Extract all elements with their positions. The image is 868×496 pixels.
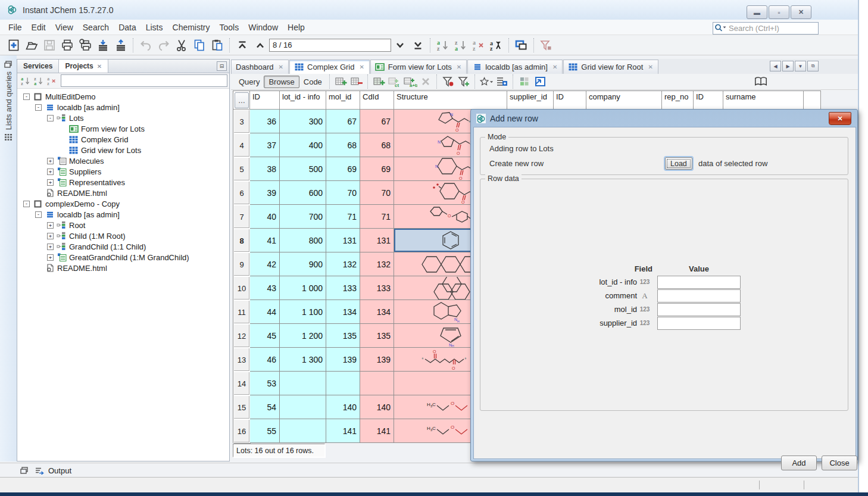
menu-data[interactable]: Data [114,21,141,34]
print-preview-button[interactable] [77,37,93,54]
expand-toggle-icon[interactable]: + [47,169,54,175]
grid-cell-id[interactable]: 45 [250,324,280,348]
fields-button[interactable] [495,75,509,88]
grid-cell-lot[interactable] [280,372,326,395]
field-value-input[interactable] [657,276,741,289]
grid-cell-rowhead[interactable]: 10 [233,276,250,300]
new-button[interactable] [5,37,22,54]
export-form-button[interactable] [533,75,547,88]
column-header-id2[interactable]: ID [554,91,586,110]
grid-cell-lot[interactable]: 700 [280,205,326,229]
grid-cell-cdid[interactable]: 140 [360,395,394,419]
cut-button[interactable] [173,37,190,54]
grid-cell-rowhead[interactable]: 8 [233,229,250,252]
grid-cell-id[interactable]: 54 [250,395,280,419]
grid-cell-cdid[interactable]: 68 [360,133,394,157]
funnel-red-button[interactable] [441,75,455,88]
save-button[interactable] [41,37,58,54]
tree-node[interactable]: +GrandChild (1:1 Child) [20,241,229,252]
import-button[interactable] [95,37,111,54]
grid-cell-mol[interactable]: 69 [326,157,360,181]
sidebar-tab-services[interactable]: Services [17,60,59,73]
column-header-structure[interactable]: Structure [394,91,507,110]
table-ab-button[interactable]: a+b [403,75,417,88]
previous-row-button[interactable] [252,37,268,54]
expand-toggle-icon[interactable]: + [47,233,54,239]
column-header-blank[interactable] [804,91,821,110]
book-icon[interactable] [754,75,768,88]
grid-cell-id[interactable]: 43 [250,276,280,300]
grid-cell-mol[interactable]: 67 [326,110,360,133]
menu-help[interactable]: Help [283,21,310,34]
collapse-toggle-icon[interactable]: - [35,104,42,111]
doc-tab-localdb-as-admin-[interactable]: localdb [as admin]✕ [467,60,563,74]
expand-toggle-icon[interactable]: + [47,254,54,261]
grid-cell-id[interactable]: 53 [250,372,280,395]
menu-chemistry[interactable]: Chemistry [168,21,215,34]
column-chooser-button[interactable]: … [235,92,249,108]
grid-cell-mol[interactable]: 133 [326,276,360,300]
tree-node[interactable]: -localdb [as admin] [20,102,229,113]
star-drop-button[interactable] [479,75,494,88]
collapse-toggle-icon[interactable]: - [23,93,30,100]
grid-cell-id[interactable]: 37 [250,133,280,157]
table-add2-button[interactable] [372,75,386,88]
tree-node[interactable]: +Root [20,220,229,230]
dock-window-icon[interactable] [4,60,17,70]
column-header-lot[interactable]: lot_id - info [280,91,326,110]
grid-cell-cdid[interactable]: 71 [360,205,394,229]
tree-node[interactable]: +Molecules [20,155,229,166]
view-mode-query[interactable]: Query [235,76,264,88]
redo-button[interactable] [155,37,172,54]
grid-cell-rowhead[interactable]: 5 [233,157,250,181]
search-input[interactable] [728,23,835,33]
grid-cell-mol[interactable]: 132 [326,252,360,276]
grid-cell-mol[interactable]: 131 [326,229,360,252]
tree-node[interactable]: +Child (1:M Root) [20,230,229,241]
tree-sort-desc-icon[interactable]: za [33,76,45,86]
grid-cell-cdid[interactable]: 141 [360,419,394,443]
grid-cell-mol[interactable]: 140 [326,395,360,419]
doc-tab-dashboard[interactable]: Dashboard✕ [231,60,289,74]
tab-close-icon[interactable]: ✕ [278,63,284,71]
tab-close-icon[interactable]: ✕ [358,63,364,71]
sort-clear-button[interactable]: az [470,37,487,54]
grid-cell-rowhead[interactable]: 3 [233,110,250,133]
column-header-id3[interactable]: ID [694,91,723,110]
table-add-button[interactable] [334,75,348,88]
undo-button[interactable] [138,37,154,54]
dialog-close-icon[interactable]: ✕ [829,112,851,125]
grid-cell-mol[interactable]: 141 [326,419,360,443]
funnel-green-button[interactable] [457,75,471,88]
grid-cell-lot[interactable]: 300 [280,110,326,133]
tree-sort-clear-icon[interactable]: az [46,76,58,86]
windows-button[interactable] [513,37,530,54]
tree-node[interactable]: -MultiEditDemo [20,91,229,102]
collapse-toggle-icon[interactable]: - [35,211,42,218]
grid-cell-lot[interactable]: 800 [280,229,326,252]
tree-node[interactable]: +Representatives [20,177,229,188]
expand-toggle-icon[interactable]: + [47,244,54,250]
doc-tab-form-view-for-lots[interactable]: Form view for Lots✕ [370,60,467,74]
grid-cell-id[interactable]: 41 [250,229,280,252]
expand-toggle-icon[interactable]: + [47,179,54,186]
grid-cell-rowhead[interactable]: 15 [233,395,250,419]
grid-cell-id[interactable]: 36 [250,110,280,133]
tree-node[interactable]: Grid view for Lots [20,145,229,155]
minimize-button[interactable]: ▬ [747,5,767,19]
grid-cell-rowhead[interactable]: 4 [233,133,250,157]
expand-toggle-icon[interactable]: + [47,222,54,229]
tab-close-icon[interactable]: ✕ [456,63,462,71]
sort-custom-button[interactable]: az [488,37,505,54]
grid-cell-id[interactable]: 46 [250,348,280,372]
add-button[interactable]: Add [781,456,817,470]
grid-cell-rowhead[interactable]: 11 [233,300,250,324]
grid-cell-cdid[interactable]: 139 [360,348,394,372]
grid-cell-id[interactable]: 42 [250,252,280,276]
view-mode-browse[interactable]: Browse [264,76,299,88]
column-header-cdid[interactable]: CdId [360,91,394,110]
grid-cell-lot[interactable]: 400 [280,133,326,157]
grid-cell-lot[interactable]: 1 300 [280,348,326,372]
grid-cell-cdid[interactable]: 69 [360,157,394,181]
restore-button[interactable]: ▫ [769,5,789,19]
